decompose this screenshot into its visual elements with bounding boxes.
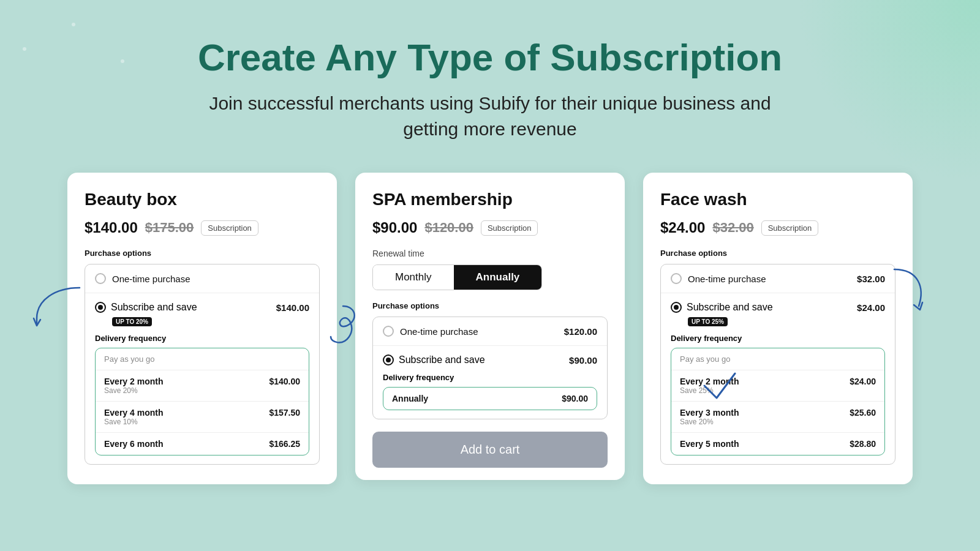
badge-subscription-face-wash: Subscription xyxy=(761,220,819,236)
option-subscribe-spa[interactable]: Subscribe and save $90.00 Delivery frequ… xyxy=(373,346,607,419)
price-original-beauty-box: $175.00 xyxy=(145,220,194,236)
delivery-price-beauty-2: $166.25 xyxy=(269,439,300,449)
price-current-face-wash: $24.00 xyxy=(660,219,705,236)
radio-subscribe-face-wash xyxy=(671,302,682,313)
delivery-price-face-wash-0: $24.00 xyxy=(850,377,876,395)
delivery-item-beauty-0[interactable]: Every 2 month Save 20% $140.00 xyxy=(96,370,309,402)
option-price-subscribe-spa: $90.00 xyxy=(569,355,597,365)
delivery-name-spa-0: Annually xyxy=(392,394,428,403)
option-one-time-beauty[interactable]: One-time purchase xyxy=(85,264,319,293)
option-subscribe-beauty[interactable]: Subscribe and save $140.00 UP To 20% Del… xyxy=(85,293,319,464)
delivery-name-beauty-2: Every 6 month xyxy=(104,439,163,449)
option-label-subscribe-face-wash: Subscribe and save xyxy=(687,302,773,313)
page-title: Create Any Type of Subscription xyxy=(49,37,931,78)
card-title-face-wash: Face wash xyxy=(660,190,895,209)
price-row-spa: $90.00 $120.00 Subscription xyxy=(372,219,608,236)
option-label-one-time-spa: One-time purchase xyxy=(400,326,478,337)
option-label-one-time-beauty: One-time purchase xyxy=(112,274,190,284)
purchase-options-label-spa: Purchase options xyxy=(372,301,608,310)
up-to-badge-beauty: UP To 20% xyxy=(112,317,152,326)
delivery-item-spa-0[interactable]: Annually $90.00 xyxy=(383,388,597,410)
option-label-subscribe-beauty: Subscribe and save xyxy=(111,302,197,313)
delivery-save-beauty-0: Save 20% xyxy=(104,386,163,395)
radio-subscribe-spa xyxy=(383,354,394,365)
delivery-save-beauty-1: Save 10% xyxy=(104,418,163,426)
delivery-item-face-wash-2[interactable]: Every 5 month $28.80 xyxy=(671,433,884,455)
card-spa-membership: SPA membership $90.00 $120.00 Subscripti… xyxy=(355,173,625,480)
delivery-price-face-wash-1: $25.60 xyxy=(850,408,876,426)
delivery-price-beauty-0: $140.00 xyxy=(269,377,300,395)
card-face-wash: Face wash $24.00 $32.00 Subscription Pur… xyxy=(643,173,913,484)
toggle-row-spa: Monthly Annually xyxy=(372,264,542,290)
delivery-label-beauty: Delivery frequency xyxy=(95,334,309,343)
radio-one-time-beauty xyxy=(95,273,106,284)
options-container-face-wash: One-time purchase $32.00 Subscribe and s… xyxy=(660,264,895,465)
radio-subscribe-beauty xyxy=(95,302,106,313)
option-one-time-face-wash[interactable]: One-time purchase $32.00 xyxy=(661,264,895,293)
badge-subscription-beauty-box: Subscription xyxy=(201,220,258,236)
price-current-spa: $90.00 xyxy=(372,219,417,236)
renewal-label-spa: Renewal time xyxy=(372,249,608,258)
price-original-spa: $120.00 xyxy=(424,220,473,236)
option-price-subscribe-face-wash: $24.00 xyxy=(857,302,885,313)
toggle-annually[interactable]: Annually xyxy=(454,265,542,290)
delivery-price-beauty-1: $157.50 xyxy=(269,408,300,426)
delivery-options-beauty: Pay as you go Every 2 month Save 20% $14… xyxy=(95,348,309,455)
delivery-item-face-wash-1[interactable]: Every 3 month Save 20% $25.60 xyxy=(671,402,884,433)
header-section: Create Any Type of Subscription Join suc… xyxy=(49,37,931,142)
delivery-options-spa: Annually $90.00 xyxy=(383,387,597,410)
delivery-name-beauty-0: Every 2 month xyxy=(104,377,163,386)
delivery-label-face-wash: Delivery frequency xyxy=(671,334,885,343)
delivery-header-beauty: Pay as you go xyxy=(96,348,309,370)
toggle-monthly[interactable]: Monthly xyxy=(373,265,454,290)
delivery-save-face-wash-1: Save 20% xyxy=(680,418,739,426)
price-original-face-wash: $32.00 xyxy=(712,220,753,236)
price-current-beauty-box: $140.00 xyxy=(85,219,138,236)
delivery-price-spa-0: $90.00 xyxy=(562,394,588,403)
price-row-beauty-box: $140.00 $175.00 Subscription xyxy=(85,219,320,236)
radio-one-time-spa xyxy=(383,326,394,337)
delivery-item-beauty-1[interactable]: Every 4 month Save 10% $157.50 xyxy=(96,402,309,433)
deco-check xyxy=(698,367,741,404)
cards-container: Beauty box $140.00 $175.00 Subscription … xyxy=(49,173,931,484)
deco-loop xyxy=(325,300,361,349)
purchase-options-label-beauty: Purchase options xyxy=(85,249,320,258)
deco-arrow-left xyxy=(31,282,86,331)
radio-one-time-face-wash xyxy=(671,273,682,284)
card-title-beauty-box: Beauty box xyxy=(85,190,320,209)
option-price-one-time-spa: $120.00 xyxy=(564,326,597,337)
option-label-one-time-face-wash: One-time purchase xyxy=(688,274,766,284)
delivery-name-face-wash-2: Every 5 month xyxy=(680,439,739,449)
card-beauty-box: Beauty box $140.00 $175.00 Subscription … xyxy=(67,173,337,484)
delivery-name-face-wash-1: Every 3 month xyxy=(680,408,739,418)
up-to-badge-face-wash: UP To 25% xyxy=(688,317,728,326)
delivery-price-face-wash-2: $28.80 xyxy=(850,439,876,449)
add-to-cart-button-spa[interactable]: Add to cart xyxy=(372,432,608,468)
options-container-spa: One-time purchase $120.00 Subscribe and … xyxy=(372,317,608,419)
option-price-subscribe-beauty: $140.00 xyxy=(276,302,309,313)
badge-subscription-spa: Subscription xyxy=(481,220,538,236)
options-container-beauty: One-time purchase Subscribe and save $14… xyxy=(85,264,320,465)
deco-arrow-right xyxy=(882,263,931,318)
option-subscribe-face-wash[interactable]: Subscribe and save $24.00 UP To 25% Deli… xyxy=(661,293,895,464)
card-title-spa: SPA membership xyxy=(372,190,608,209)
price-row-face-wash: $24.00 $32.00 Subscription xyxy=(660,219,895,236)
option-label-subscribe-spa: Subscribe and save xyxy=(399,354,485,365)
delivery-label-spa: Delivery frequency xyxy=(383,373,597,382)
option-price-one-time-face-wash: $32.00 xyxy=(857,274,885,284)
page-subtitle: Join successful merchants using Subify f… xyxy=(49,91,931,142)
delivery-name-beauty-1: Every 4 month xyxy=(104,408,163,418)
purchase-options-label-face-wash: Purchase options xyxy=(660,249,895,258)
delivery-item-beauty-2[interactable]: Every 6 month $166.25 xyxy=(96,433,309,455)
option-one-time-spa[interactable]: One-time purchase $120.00 xyxy=(373,317,607,346)
